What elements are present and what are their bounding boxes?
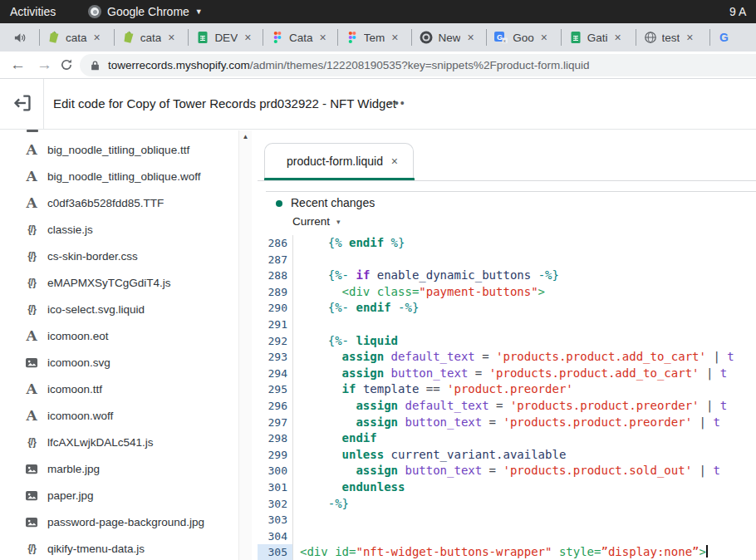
code-line: 297 assign button_text = 'products.produ… — [258, 415, 756, 431]
exit-code-editor-button[interactable] — [12, 92, 35, 115]
font-file-icon: A — [26, 382, 37, 396]
code-editor[interactable]: 286 {% endif %}287288 {%- if enable_dyna… — [258, 235, 756, 560]
reload-icon[interactable] — [60, 58, 73, 71]
browser-tab[interactable]: test× — [636, 29, 710, 46]
browser-tab[interactable]: DEV× — [188, 29, 263, 46]
code-token — [384, 350, 390, 363]
code-text: {%- if enable_dynamic_buttons -%} — [293, 268, 559, 284]
file-item[interactable]: password-page-background.jpg — [0, 508, 238, 535]
editor-tab-close-icon[interactable]: × — [391, 155, 398, 168]
file-item[interactable]: icomoon.svg — [0, 349, 238, 376]
code-token: assign — [356, 399, 398, 412]
tab-close-icon[interactable]: × — [615, 31, 621, 44]
file-name: marble.jpg — [47, 463, 100, 475]
tab-close-icon[interactable]: × — [391, 31, 398, 44]
code-token — [300, 448, 342, 461]
code-token: -%} — [398, 301, 419, 314]
url-path: /admin/themes/122208190535?key=snippets%… — [250, 59, 590, 71]
file-name: password-page-background.jpg — [47, 516, 204, 528]
tab-close-icon[interactable]: × — [467, 31, 474, 44]
activities-button[interactable]: Activities — [10, 0, 56, 23]
tab-close-icon[interactable]: × — [541, 31, 547, 44]
code-text — [293, 528, 300, 545]
code-token — [482, 366, 488, 380]
tab-close-icon[interactable]: × — [320, 31, 326, 44]
code-text: <div id="nft-widget-buttons-wrapper" sty… — [293, 544, 708, 560]
file-item[interactable]: {/}eMAPMXSyTCgGdiT4.js — [0, 269, 238, 296]
code-token: {%- — [328, 268, 349, 282]
code-text: assign button_text = 'products.product.p… — [293, 415, 720, 431]
image-file-icon — [25, 356, 39, 369]
browser-tab[interactable]: GxGoo× — [486, 29, 561, 46]
code-token: id= — [335, 545, 356, 558]
globe-icon — [644, 31, 657, 44]
recent-changes-title: Recent changes — [291, 196, 375, 209]
browser-tab[interactable]: Cata× — [263, 29, 337, 46]
browser-tab[interactable]: cata× — [114, 29, 189, 46]
file-icon-box — [23, 489, 40, 502]
browser-tab[interactable]: Tem× — [337, 29, 412, 46]
code-token: ”display:none” — [601, 545, 699, 558]
code-token — [552, 545, 558, 558]
file-item[interactable]: Aicomoon.eot — [0, 322, 238, 349]
browser-tab[interactable]: G — [709, 29, 756, 46]
file-item[interactable]: Ac0df3a6b528fdd85.TTF — [0, 189, 238, 216]
code-line: 291 — [258, 317, 756, 333]
code-token: liquid — [356, 334, 398, 347]
svg-text:G: G — [719, 31, 729, 44]
code-token: current_variant.available — [391, 448, 567, 461]
file-item[interactable]: {/}cs-skin-border.css — [0, 243, 238, 269]
file-item[interactable]: {/}qikify-tmenu-data.js — [0, 535, 238, 560]
code-line: 304 — [258, 528, 756, 545]
back-icon[interactable]: ← — [10, 52, 26, 78]
scroll-up-icon[interactable]: ▲ — [239, 133, 252, 140]
more-actions-button[interactable]: ••• — [389, 79, 406, 127]
line-number: 300 — [258, 463, 293, 479]
url-bar[interactable]: towerrecords.myshopify.com/admin/themes/… — [80, 54, 756, 76]
version-dropdown[interactable]: Current ▾ — [292, 215, 341, 228]
code-token: 'products.product.preorder' — [510, 399, 700, 412]
lock-icon[interactable] — [91, 60, 100, 71]
browser-tab[interactable]: New× — [411, 29, 486, 46]
browser-tab[interactable]: cata× — [39, 29, 114, 46]
code-token: | — [700, 415, 706, 429]
file-name: icomoon.svg — [47, 356, 110, 369]
sidebar-scrollbar[interactable]: ▲ — [238, 130, 252, 560]
audio-indicator[interactable] — [0, 23, 39, 52]
code-token — [300, 415, 356, 429]
file-item[interactable]: {/}classie.js — [0, 216, 238, 243]
file-item[interactable]: {/}lfcAXLwjkDALc541.js — [0, 429, 238, 455]
file-item[interactable]: paper.jpg — [0, 482, 238, 508]
tab-title: New — [438, 32, 460, 44]
file-item[interactable]: Abig_noodle_titling_oblique.ttf — [0, 136, 238, 163]
tab-close-icon[interactable]: × — [168, 31, 174, 44]
code-token: button_text — [405, 464, 482, 477]
tab-close-icon[interactable]: × — [94, 31, 101, 44]
code-token: | — [700, 464, 706, 477]
code-token: endif — [349, 236, 384, 249]
file-name: eMAPMXSyTCgGdiT4.js — [47, 277, 171, 289]
sheets-icon — [196, 31, 209, 44]
code-file-icon: {/} — [27, 224, 36, 235]
app-menu[interactable]: Google Chrome ▼ — [88, 0, 203, 23]
file-name: icomoon.ttf — [47, 383, 102, 395]
file-item[interactable]: {/}ico-select.svg.liquid — [0, 296, 238, 322]
tab-close-icon[interactable]: × — [244, 31, 251, 44]
code-token: {% — [328, 236, 342, 249]
code-token: style= — [559, 545, 601, 558]
code-token: assign — [342, 350, 385, 363]
code-token: button_text — [391, 366, 469, 380]
file-item[interactable]: marble.jpg — [0, 455, 238, 482]
code-token — [300, 334, 328, 347]
editor-file-tab[interactable]: product-form.liquid × — [264, 143, 414, 178]
file-item[interactable]: Aicomoon.ttf — [0, 376, 238, 402]
browser-tab[interactable]: Gati× — [561, 29, 636, 46]
tab-close-icon[interactable]: × — [686, 31, 693, 44]
file-item[interactable]: Aicomoon.woff — [0, 402, 238, 429]
figma-icon — [346, 31, 359, 44]
code-line: 288 {%- if enable_dynamic_buttons -%} — [258, 268, 756, 284]
code-token: 'products.product.add_to_cart' — [496, 350, 706, 363]
forward-icon[interactable]: → — [37, 52, 52, 78]
code-line: 298 endif — [258, 430, 756, 447]
file-item[interactable]: Abig_noodle_titling_oblique.woff — [0, 163, 238, 189]
